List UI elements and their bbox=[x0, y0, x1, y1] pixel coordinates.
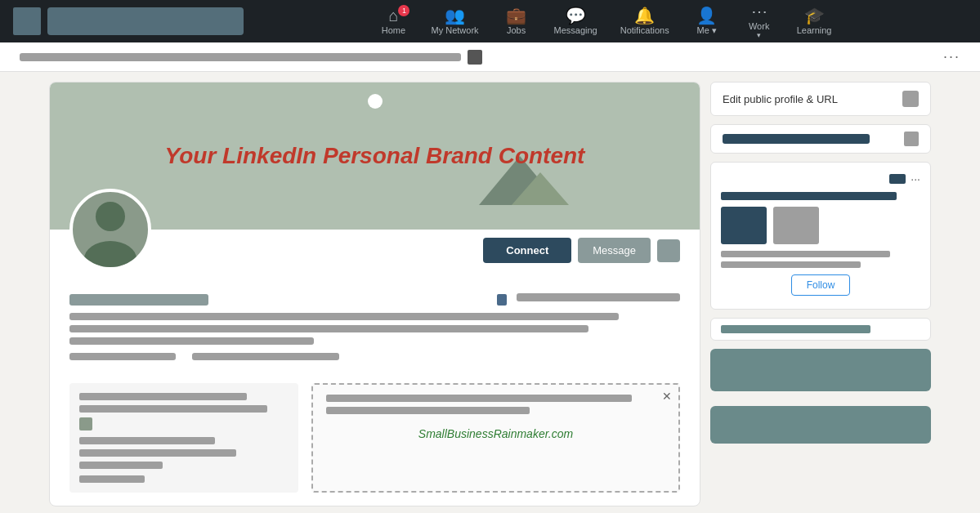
profile-avatar-area: Connect Message bbox=[50, 230, 700, 287]
secondary-bar-square bbox=[468, 50, 482, 65]
profile-banner: Your LinkedIn Personal Brand Content bbox=[50, 83, 700, 230]
work-arrow: ▾ bbox=[757, 31, 761, 39]
right-sidebar: Edit public profile & URL ··· Follow bbox=[710, 82, 931, 506]
sidebar-dark-bar bbox=[710, 124, 931, 154]
callout-line-1 bbox=[326, 395, 632, 402]
dark-bar-icon bbox=[904, 132, 919, 146]
bio-line-3 bbox=[69, 337, 314, 345]
notifications-icon: 🔔 bbox=[634, 7, 655, 24]
widget-thumb-2 bbox=[773, 207, 819, 244]
bio-line-1 bbox=[69, 313, 619, 320]
widget-thumbnails bbox=[721, 207, 920, 244]
profile-name-bar bbox=[69, 294, 208, 306]
message-button[interactable]: Message bbox=[578, 238, 651, 263]
info-card-line-4 bbox=[79, 449, 236, 457]
sidebar-solid-block-2 bbox=[710, 406, 931, 444]
svg-point-3 bbox=[84, 241, 136, 267]
widget-follow-button[interactable]: Follow bbox=[791, 274, 851, 296]
home-badge: 1 bbox=[398, 5, 409, 16]
profile-connections-row bbox=[69, 353, 680, 360]
dark-bar-fill bbox=[723, 134, 870, 144]
profile-actions: Connect Message bbox=[483, 238, 680, 263]
edit-profile-row[interactable]: Edit public profile & URL bbox=[710, 82, 931, 116]
nav-learning[interactable]: 🎓 Learning bbox=[787, 0, 842, 42]
nav-my-network[interactable]: 👥 My Network bbox=[421, 0, 488, 42]
sidebar-bottom-bar-fill bbox=[721, 325, 870, 333]
jobs-icon: 💼 bbox=[506, 7, 526, 24]
top-navigation: ⌂ Home 1 👥 My Network 💼 Jobs 💬 Messaging… bbox=[0, 0, 980, 42]
secondary-bar-dots: ··· bbox=[943, 48, 960, 65]
nav-notifications[interactable]: 🔔 Notifications bbox=[611, 0, 679, 42]
info-card-icon-row bbox=[79, 417, 289, 430]
info-card-button-bar bbox=[79, 475, 145, 483]
callout-box: ✕ SmallBusinessRainmaker.com bbox=[311, 383, 680, 493]
search-bar[interactable] bbox=[47, 7, 244, 35]
nav-center-items: ⌂ Home 1 👥 My Network 💼 Jobs 💬 Messaging… bbox=[244, 0, 967, 42]
my-network-icon: 👥 bbox=[445, 7, 465, 24]
nav-work[interactable]: ⋯ Work ▾ bbox=[735, 0, 784, 42]
sidebar-solid-block-1 bbox=[710, 349, 931, 391]
widget-square bbox=[889, 174, 906, 184]
sidebar-bottom-bar-1 bbox=[710, 318, 931, 341]
widget-thumb-1 bbox=[721, 207, 767, 244]
main-content: Your LinkedIn Personal Brand Content Con… bbox=[0, 72, 980, 513]
profile-avatar bbox=[69, 189, 151, 270]
me-icon: 👤 bbox=[696, 7, 717, 24]
profile-location-indicator bbox=[497, 294, 507, 306]
nav-messaging[interactable]: 💬 Messaging bbox=[544, 0, 607, 42]
avatar-silhouette bbox=[78, 194, 143, 267]
messaging-icon: 💬 bbox=[566, 7, 586, 24]
profile-stat-bar bbox=[517, 293, 680, 301]
secondary-bar-filler bbox=[20, 53, 461, 61]
profile-name-row bbox=[69, 293, 680, 306]
widget-lines bbox=[721, 251, 920, 268]
widget-header: ··· bbox=[721, 172, 920, 185]
widget-line-2 bbox=[721, 261, 861, 268]
banner-title: Your LinkedIn Personal Brand Content bbox=[149, 143, 602, 169]
connect-button[interactable]: Connect bbox=[483, 238, 571, 263]
banner-circle bbox=[368, 94, 383, 109]
profile-info bbox=[50, 287, 700, 373]
learning-icon: 🎓 bbox=[804, 7, 825, 24]
info-card-line-2 bbox=[79, 405, 267, 413]
nav-me[interactable]: 👤 Me ▾ bbox=[682, 0, 732, 42]
widget-dots: ··· bbox=[911, 172, 920, 185]
edit-icon bbox=[902, 91, 919, 107]
connections-bar-1 bbox=[69, 353, 176, 360]
secondary-bar: ··· bbox=[0, 42, 980, 72]
info-card-line-3 bbox=[79, 437, 215, 444]
nav-jobs[interactable]: 💼 Jobs bbox=[492, 0, 541, 42]
connections-bar-2 bbox=[192, 353, 339, 360]
svg-point-2 bbox=[96, 202, 125, 231]
linkedin-logo[interactable] bbox=[13, 7, 41, 35]
bio-line-2 bbox=[69, 325, 588, 332]
widget-title-bar bbox=[721, 192, 897, 200]
widget-card: ··· Follow bbox=[710, 162, 931, 310]
home-icon: ⌂ bbox=[388, 7, 398, 24]
more-options-button[interactable] bbox=[657, 239, 680, 262]
nav-home[interactable]: ⌂ Home 1 bbox=[369, 0, 418, 42]
profile-bottom: ✕ SmallBusinessRainmaker.com bbox=[50, 373, 700, 506]
profile-bio-section bbox=[69, 313, 680, 345]
callout-line-2 bbox=[326, 407, 530, 414]
widget-line-1 bbox=[721, 251, 890, 257]
profile-card: Your LinkedIn Personal Brand Content Con… bbox=[49, 82, 700, 506]
info-card-icon bbox=[79, 417, 92, 430]
info-card bbox=[69, 383, 298, 493]
info-card-line-1 bbox=[79, 393, 247, 400]
edit-profile-label: Edit public profile & URL bbox=[723, 93, 838, 105]
work-icon: ⋯ bbox=[751, 3, 767, 20]
callout-close-button[interactable]: ✕ bbox=[662, 390, 672, 403]
callout-url: SmallBusinessRainmaker.com bbox=[326, 427, 665, 440]
info-card-line-5 bbox=[79, 462, 163, 469]
nav-left-section bbox=[13, 7, 244, 35]
